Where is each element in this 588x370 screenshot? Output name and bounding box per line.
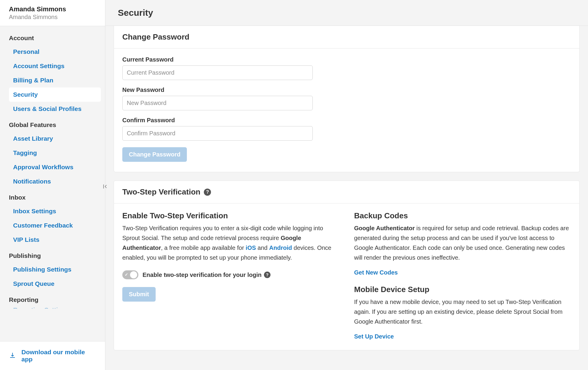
two-step-heading: Two-Step Verification: [122, 187, 200, 197]
sidebar-item-inbox-settings[interactable]: Inbox Settings: [9, 204, 101, 218]
sidebar-item-personal[interactable]: Personal: [9, 45, 101, 59]
sidebar-item-account-settings[interactable]: Account Settings: [9, 59, 101, 73]
sidebar-section-reporting: Reporting: [9, 296, 101, 303]
main-content: Change Password Current Password New Pas…: [105, 26, 588, 370]
sidebar-item-vip-lists[interactable]: VIP Lists: [9, 233, 101, 247]
mobile-device-heading: Mobile Device Setup: [354, 285, 571, 294]
collapse-sidebar-button[interactable]: [101, 183, 109, 191]
backup-codes-description: Google Authenticator is required for set…: [354, 223, 571, 263]
change-password-card: Change Password Current Password New Pas…: [114, 26, 580, 172]
enable-two-step-heading: Enable Two-Step Verification: [122, 211, 339, 220]
set-up-device-link[interactable]: Set Up Device: [354, 333, 394, 340]
toggle-knob: [130, 271, 137, 278]
sidebar-item-notifications[interactable]: Notifications: [9, 174, 101, 189]
sidebar-section-global: Global Features: [9, 121, 101, 128]
two-step-card: Two-Step Verification ? Enable Two-Step …: [114, 181, 580, 350]
download-app-label: Download our mobile app: [21, 349, 96, 363]
sidebar-body: Account Personal Account Settings Billin…: [0, 26, 105, 341]
enable-two-step-description: Two-Step Verification requires you to en…: [122, 223, 339, 263]
sidebar-item-reporting-settings[interactable]: Reporting Settings: [9, 306, 101, 309]
change-password-button[interactable]: Change Password: [122, 147, 187, 162]
get-new-codes-link[interactable]: Get New Codes: [354, 269, 398, 276]
sidebar-item-asset-library[interactable]: Asset Library: [9, 131, 101, 146]
sidebar-item-users-profiles[interactable]: Users & Social Profiles: [9, 102, 101, 116]
sidebar-section-account: Account: [9, 35, 101, 42]
sidebar-item-publishing-settings[interactable]: Publishing Settings: [9, 262, 101, 277]
sidebar-section-inbox: Inbox: [9, 194, 101, 201]
current-password-label: Current Password: [122, 56, 571, 63]
help-icon[interactable]: ?: [264, 272, 270, 278]
help-icon[interactable]: ?: [204, 189, 211, 196]
new-password-input[interactable]: [122, 96, 313, 110]
download-app-link[interactable]: Download our mobile app: [0, 341, 105, 370]
two-step-header: Two-Step Verification ?: [114, 181, 579, 203]
backup-codes-section: Backup Codes Google Authenticator is req…: [354, 211, 571, 340]
sidebar: Amanda Simmons Amanda Simmons Account Pe…: [0, 0, 105, 370]
page-title: Security: [118, 8, 576, 18]
two-step-submit-button[interactable]: Submit: [122, 287, 156, 302]
sidebar-user-block: Amanda Simmons Amanda Simmons: [0, 0, 105, 26]
two-step-toggle-label: Enable two-step verification for your lo…: [143, 272, 270, 278]
sidebar-item-security[interactable]: Security: [9, 87, 101, 102]
sidebar-item-customer-feedback[interactable]: Customer Feedback: [9, 218, 101, 233]
mobile-device-description: If you have a new mobile device, you may…: [354, 297, 571, 327]
sidebar-item-sprout-queue[interactable]: Sprout Queue: [9, 277, 101, 291]
android-link[interactable]: Android: [269, 244, 292, 251]
ios-link[interactable]: iOS: [246, 244, 256, 251]
change-password-header: Change Password: [114, 26, 579, 48]
check-icon: ✓: [125, 272, 128, 277]
change-password-heading: Change Password: [122, 32, 189, 42]
user-subname: Amanda Simmons: [9, 14, 96, 21]
confirm-password-input[interactable]: [122, 126, 313, 141]
page-header: Security: [105, 0, 588, 26]
user-name: Amanda Simmons: [9, 5, 96, 13]
new-password-label: New Password: [122, 87, 571, 93]
sidebar-section-publishing: Publishing: [9, 252, 101, 259]
confirm-password-label: Confirm Password: [122, 117, 571, 124]
sidebar-item-tagging[interactable]: Tagging: [9, 146, 101, 160]
two-step-toggle[interactable]: ✓: [122, 270, 138, 279]
backup-codes-heading: Backup Codes: [354, 211, 571, 220]
sidebar-item-billing[interactable]: Billing & Plan: [9, 73, 101, 87]
main: Security Change Password Current Passwor…: [105, 0, 588, 370]
sidebar-item-approval-workflows[interactable]: Approval Workflows: [9, 160, 101, 174]
collapse-icon: [102, 184, 108, 190]
current-password-input[interactable]: [122, 65, 313, 80]
download-icon: [9, 352, 16, 360]
enable-two-step-section: Enable Two-Step Verification Two-Step Ve…: [122, 211, 339, 340]
